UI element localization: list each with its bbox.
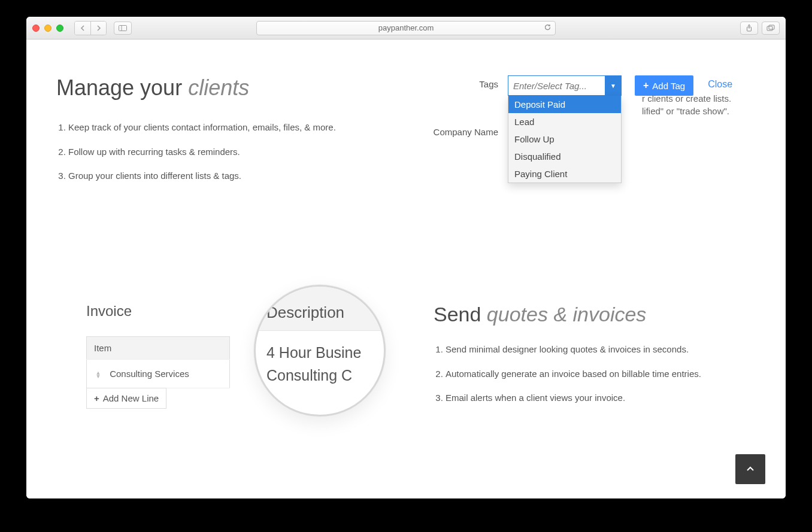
section2-list: Send minimal designer looking quotes & i… bbox=[434, 343, 756, 405]
close-link[interactable]: Close bbox=[708, 75, 732, 90]
tags-combobox[interactable]: ▼ bbox=[508, 75, 622, 96]
chevron-down-icon[interactable]: ▼ bbox=[605, 75, 622, 96]
svg-rect-4 bbox=[769, 25, 774, 29]
tags-label: Tags bbox=[420, 75, 498, 89]
plus-icon: + bbox=[643, 80, 649, 91]
scroll-to-top-button[interactable] bbox=[735, 454, 765, 484]
minimize-window-icon[interactable] bbox=[44, 25, 51, 32]
list-item: Group your clients into different lists … bbox=[68, 169, 756, 183]
tags-hint: r clients or create lists. lified" or "t… bbox=[642, 92, 756, 117]
list-item: Send minimal designer looking quotes & i… bbox=[446, 343, 756, 357]
nav-buttons bbox=[74, 21, 107, 35]
close-window-icon[interactable] bbox=[32, 25, 40, 32]
svg-rect-3 bbox=[767, 26, 772, 31]
tags-input[interactable] bbox=[508, 75, 605, 96]
tabs-button[interactable] bbox=[762, 22, 780, 35]
dropdown-option[interactable]: Disqualified bbox=[508, 148, 621, 165]
list-item: Follow up with recurring tasks & reminde… bbox=[68, 145, 756, 159]
svg-rect-0 bbox=[119, 25, 127, 31]
chevron-up-icon bbox=[746, 464, 755, 474]
dropdown-option[interactable]: Paying Client bbox=[508, 165, 621, 183]
list-item: Email alerts when a client views your in… bbox=[446, 391, 756, 405]
section2-heading: Send quotes & invoices bbox=[434, 303, 756, 326]
share-button[interactable] bbox=[740, 22, 758, 35]
zoom-window-icon[interactable] bbox=[56, 25, 63, 32]
add-new-line-button[interactable]: + Add New Line bbox=[86, 388, 166, 409]
magnifier-callout: Description 4 Hour Busine Consulting C bbox=[254, 285, 386, 417]
magnifier-body: 4 Hour Busine Consulting C bbox=[256, 331, 384, 397]
browser-window: paypanther.com + Manage your clients bbox=[26, 17, 786, 498]
sort-handle-icon[interactable]: ▲▼ bbox=[94, 371, 102, 378]
magnifier-header: Description bbox=[256, 287, 384, 331]
dropdown-option[interactable]: Lead bbox=[508, 113, 621, 130]
traffic-lights bbox=[32, 25, 63, 32]
titlebar: paypanther.com bbox=[26, 17, 786, 39]
tags-panel: Tags ▼ Deposit Paid Lead Follow Up Disqu… bbox=[420, 75, 756, 137]
dropdown-option[interactable]: Deposit Paid bbox=[508, 96, 621, 113]
page: Manage your clients Keep track of your c… bbox=[26, 39, 786, 498]
address-bar[interactable]: paypanther.com bbox=[256, 21, 556, 35]
url-text: paypanther.com bbox=[378, 23, 434, 32]
company-name-label: Company Name bbox=[420, 127, 498, 137]
list-item: Automatically generate an invoice based … bbox=[446, 367, 756, 381]
sidebar-toggle[interactable] bbox=[114, 22, 132, 35]
back-button[interactable] bbox=[75, 22, 90, 35]
forward-button[interactable] bbox=[90, 22, 106, 35]
tags-dropdown: Deposit Paid Lead Follow Up Disqualified… bbox=[508, 96, 622, 183]
plus-icon: + bbox=[94, 393, 99, 403]
reload-icon[interactable] bbox=[544, 23, 552, 33]
table-header-item: Item bbox=[87, 337, 230, 360]
invoice-table: Item ▲▼ Consulting Services bbox=[86, 336, 230, 388]
dropdown-option[interactable]: Follow Up bbox=[508, 130, 621, 148]
table-row[interactable]: ▲▼ Consulting Services bbox=[87, 360, 230, 388]
